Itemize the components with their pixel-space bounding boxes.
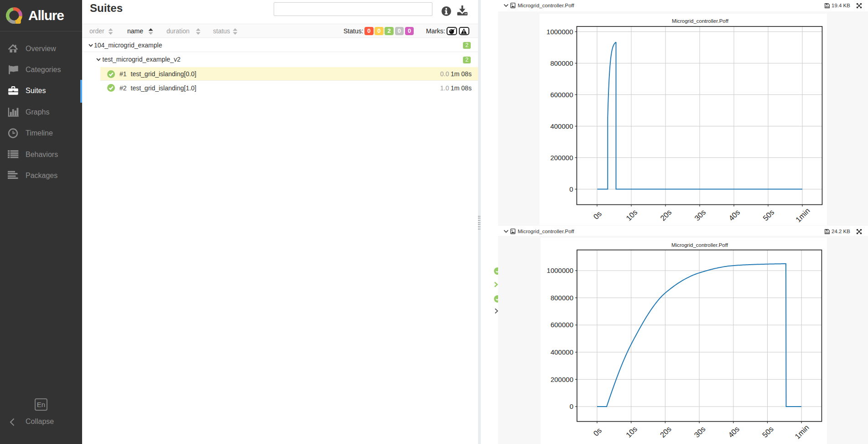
svg-text:Microgrid_controller.Poff: Microgrid_controller.Poff bbox=[672, 18, 729, 24]
svg-text:Microgrid_controller.Poff: Microgrid_controller.Poff bbox=[671, 242, 728, 248]
svg-text:0: 0 bbox=[569, 185, 573, 193]
svg-text:0: 0 bbox=[570, 402, 573, 410]
svg-text:800000: 800000 bbox=[551, 294, 573, 302]
svg-text:400000: 400000 bbox=[550, 122, 573, 130]
svg-text:200000: 200000 bbox=[551, 376, 573, 383]
svg-text:800000: 800000 bbox=[550, 59, 573, 67]
svg-text:600000: 600000 bbox=[550, 91, 573, 99]
svg-text:200000: 200000 bbox=[550, 154, 573, 162]
svg-text:1000000: 1000000 bbox=[547, 266, 573, 274]
svg-text:600000: 600000 bbox=[551, 321, 573, 329]
svg-text:400000: 400000 bbox=[551, 348, 573, 356]
svg-text:1000000: 1000000 bbox=[546, 28, 573, 36]
